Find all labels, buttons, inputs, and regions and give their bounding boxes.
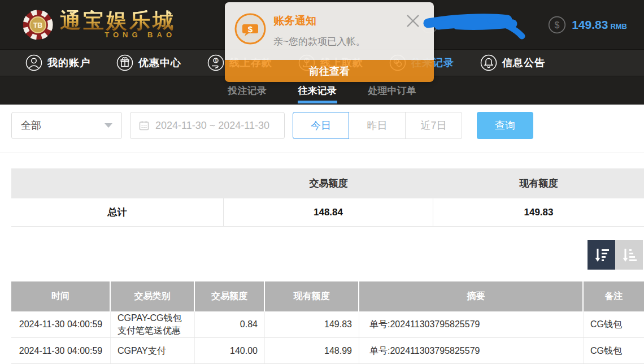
summary-current-amount: 149.83 <box>433 198 644 226</box>
money-message-icon: $ <box>234 12 267 45</box>
svg-text:TB: TB <box>33 21 43 29</box>
summary-header-current: 现有额度 <box>433 168 644 198</box>
quick-yesterday-button[interactable]: 昨日 <box>349 112 406 139</box>
gift-icon <box>116 54 133 71</box>
balance-display[interactable]: $ 149.83RMB <box>548 16 627 34</box>
table-row: 2024-11-30 04:00:59 CGPAY支付 140.00 148.9… <box>11 338 644 364</box>
quick-date-group: 今日 昨日 近7日 <box>293 112 462 139</box>
summary-table: 交易额度 现有额度 总计 148.84 149.83 <box>11 168 644 227</box>
svg-text:$: $ <box>555 20 560 29</box>
date-range-input[interactable]: 2024-11-30 ~ 2024-11-30 <box>130 112 285 139</box>
nav-item-my-account[interactable]: 我的账户 <box>25 54 90 71</box>
summary-total-row: 总计 148.84 149.83 <box>11 198 644 227</box>
brand-logo[interactable]: TB 通宝娱乐城 TONG BAO <box>21 8 176 41</box>
svg-text:$: $ <box>215 59 217 63</box>
deposit-coin-icon: $ <box>207 54 224 71</box>
balance-amount: 149.83 <box>572 18 608 31</box>
svg-text:$: $ <box>248 24 253 34</box>
sort-controls <box>0 240 643 270</box>
filter-bar: 全部 2024-11-30 ~ 2024-11-30 今日 昨日 近7日 查询 <box>11 111 644 140</box>
category-select[interactable]: 全部 <box>11 112 122 139</box>
user-area: chengxx90 $ 149.83RMB <box>420 16 627 34</box>
casino-chip-logo-icon: TB <box>21 8 54 41</box>
table-header-row: 时间 交易类别 交易额度 现有额度 摘要 备注 <box>11 281 644 311</box>
calendar-icon <box>138 120 150 131</box>
quick-today-button[interactable]: 今日 <box>293 112 349 139</box>
notification-message: 亲~您的款项已入帐。 <box>273 35 365 48</box>
nav-item-announcements[interactable]: 信息公告 <box>480 54 545 71</box>
bell-icon <box>480 54 497 71</box>
user-icon <box>25 54 42 71</box>
sort-ascending-icon <box>621 246 638 263</box>
username-text: chengxx90 <box>444 19 496 31</box>
notification-body: $ 账务通知 亲~您的款项已入帐。 <box>225 2 434 60</box>
chevron-down-icon <box>105 123 112 128</box>
close-icon[interactable] <box>404 12 421 29</box>
brand-name-cn: 通宝娱乐城 <box>60 10 176 32</box>
quick-last7days-button[interactable]: 近7日 <box>406 112 462 139</box>
col-header-trade-amount: 交易额度 <box>195 281 265 311</box>
summary-total-label: 总计 <box>11 198 224 226</box>
transactions-table: 时间 交易类别 交易额度 现有额度 摘要 备注 2024-11-30 04:00… <box>11 281 644 364</box>
col-header-current-amount: 现有额度 <box>265 281 359 311</box>
summary-header-trade: 交易额度 <box>224 168 433 198</box>
nav-item-promotions[interactable]: 优惠中心 <box>116 54 181 71</box>
sort-descending-icon <box>593 246 610 263</box>
col-header-remark: 备注 <box>584 281 644 311</box>
search-button[interactable]: 查询 <box>477 112 533 139</box>
sort-descending-button[interactable] <box>588 240 615 270</box>
summary-trade-amount: 148.84 <box>224 198 433 226</box>
col-header-time: 时间 <box>11 281 111 311</box>
balance-currency: RMB <box>610 22 627 31</box>
go-view-button[interactable]: 前往查看 <box>225 60 434 82</box>
col-header-summary: 摘要 <box>359 281 584 311</box>
col-header-type: 交易类别 <box>111 281 195 311</box>
notification-title: 账务通知 <box>273 14 365 28</box>
section-divider <box>0 153 644 153</box>
dollar-coin-icon: $ <box>548 16 566 34</box>
brand-name-en: TONG BAO <box>105 31 176 39</box>
summary-header-row: 交易额度 现有额度 <box>11 168 644 198</box>
notification-popup: $ 账务通知 亲~您的款项已入帐。 前往查看 <box>225 2 434 82</box>
table-row: 2024-11-30 04:00:59 CGPAY-CG钱包支付笔笔送优惠 0.… <box>11 311 644 338</box>
sort-ascending-button[interactable] <box>615 240 643 270</box>
